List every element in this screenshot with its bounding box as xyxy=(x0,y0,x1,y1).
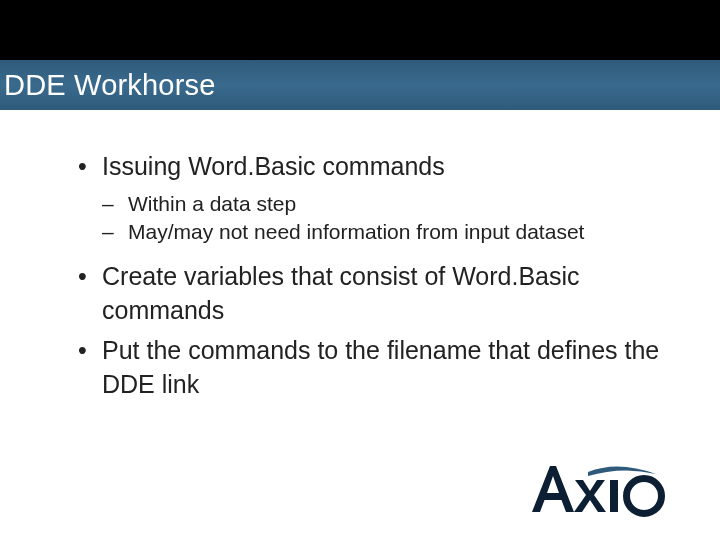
axio-logo xyxy=(528,462,680,518)
slide-title: DDE Workhorse xyxy=(4,69,216,102)
title-band: DDE Workhorse xyxy=(0,60,720,110)
bullet-level2: Within a data step xyxy=(102,190,660,218)
bullet-level1: Put the commands to the filename that de… xyxy=(78,334,660,402)
svg-rect-0 xyxy=(610,480,618,512)
svg-point-1 xyxy=(627,479,662,514)
bullet-sub-group: Within a data step May/may not need info… xyxy=(102,190,660,247)
slide-body: Issuing Word.Basic commands Within a dat… xyxy=(0,110,720,401)
top-black-band xyxy=(0,0,720,60)
bullet-level1: Create variables that consist of Word.Ba… xyxy=(78,260,660,328)
bullet-level1: Issuing Word.Basic commands xyxy=(78,150,660,184)
slide: DDE Workhorse Issuing Word.Basic command… xyxy=(0,0,720,540)
bullet-level2: May/may not need information from input … xyxy=(102,218,660,246)
